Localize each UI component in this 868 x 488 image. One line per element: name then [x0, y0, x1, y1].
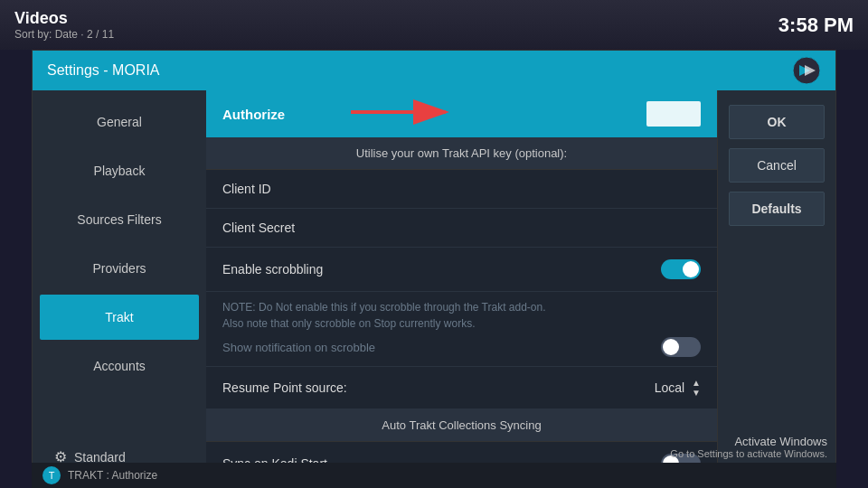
sidebar-item-trakt[interactable]: Trakt: [40, 295, 199, 340]
api-key-section: Utilise your own Trakt API key (optional…: [206, 137, 717, 170]
sidebar-item-general[interactable]: General: [40, 99, 199, 145]
top-bar: Videos Sort by: Date · 2 / 11 3:58 PM: [0, 0, 868, 50]
authorize-button[interactable]: [646, 101, 701, 127]
defaults-button[interactable]: Defaults: [729, 192, 825, 226]
sidebar-item-accounts[interactable]: Accounts: [40, 343, 199, 389]
enable-scrobbling-row: Enable scrobbling: [206, 248, 717, 292]
clock-area: 3:58 PM: [778, 14, 854, 37]
settings-window: Settings - MORIA General Playback Source…: [32, 50, 836, 488]
clock: 3:58 PM: [778, 14, 854, 37]
resume-point-row: Resume Point source: Local ▲ ▼: [206, 367, 717, 409]
bottom-path: TRAKT : Authorize: [68, 469, 157, 482]
up-arrow-icon[interactable]: ▲: [692, 378, 701, 388]
enable-scrobbling-toggle[interactable]: [661, 259, 701, 279]
resume-value: Local: [655, 380, 684, 395]
enable-scrobbling-label: Enable scrobbling: [222, 262, 661, 277]
note-text: NOTE: Do Not enable this if you scrobble…: [222, 299, 701, 332]
client-id-label: Client ID: [222, 182, 701, 196]
resume-point-label: Resume Point source:: [222, 380, 655, 395]
toggle-thumb: [683, 261, 699, 277]
show-notification-label: Show notification on scrobble: [222, 341, 661, 354]
show-notification-row: Show notification on scrobble: [222, 332, 701, 357]
down-arrow-icon[interactable]: ▼: [692, 388, 701, 398]
sidebar-item-providers[interactable]: Providers: [40, 246, 199, 291]
actions-panel: OK Cancel Defaults: [718, 90, 835, 487]
sidebar-item-playback[interactable]: Playback: [40, 148, 199, 193]
up-down-arrows[interactable]: ▲ ▼: [692, 378, 701, 398]
page-subtitle: Sort by: Date · 2 / 11: [14, 28, 114, 41]
activate-windows-title: Activate Windows: [670, 435, 827, 448]
activate-windows-subtitle: Go to Settings to activate Windows.: [670, 448, 827, 459]
bottom-bar: T TRAKT : Authorize: [32, 463, 836, 488]
settings-header-title: Settings - MORIA: [47, 62, 160, 79]
trakt-icon: T: [42, 466, 61, 484]
video-info: Videos Sort by: Date · 2 / 11: [14, 9, 114, 41]
ok-button[interactable]: OK: [729, 105, 825, 139]
settings-header: Settings - MORIA: [33, 51, 835, 90]
sidebar: General Playback Sources Filters Provide…: [33, 90, 206, 487]
arrow-icon: [351, 99, 459, 129]
authorize-row: Authorize: [206, 90, 717, 137]
client-secret-row: Client Secret: [206, 209, 717, 248]
toggle-thumb-2: [663, 339, 679, 355]
show-notification-toggle[interactable]: [661, 337, 701, 357]
content-area: Authorize Utilise your own Trakt AP: [206, 90, 718, 487]
page-title: Videos: [14, 9, 114, 28]
settings-body: General Playback Sources Filters Provide…: [33, 90, 835, 487]
cancel-button[interactable]: Cancel: [729, 148, 825, 183]
auto-trakt-section: Auto Trakt Collections Syncing: [206, 409, 717, 442]
note-block: NOTE: Do Not enable this if you scrobble…: [206, 292, 717, 367]
kodi-logo-icon: [792, 56, 821, 85]
sidebar-item-sources-filters[interactable]: Sources Filters: [40, 197, 199, 242]
client-id-row: Client ID: [206, 170, 717, 209]
activate-windows-overlay: Activate Windows Go to Settings to activ…: [670, 435, 827, 459]
client-secret-label: Client Secret: [222, 221, 701, 235]
